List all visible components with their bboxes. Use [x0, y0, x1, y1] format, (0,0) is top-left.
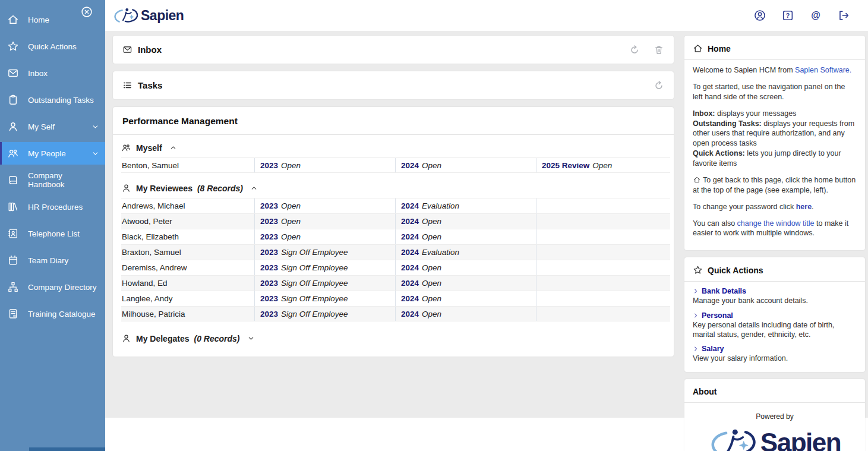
contact-button[interactable]: [809, 9, 822, 22]
review-status: Open: [422, 161, 441, 170]
sidebar-item-inbox[interactable]: Inbox: [0, 62, 105, 84]
review-status: Sign Off Employee: [281, 294, 348, 303]
content-column: Inbox Tasks: [113, 36, 674, 451]
review-period-cell[interactable]: 2023Open: [254, 229, 395, 244]
review-period-cell[interactable]: 2024 Open: [395, 158, 536, 172]
review-period-cell[interactable]: 2024Open: [395, 214, 536, 229]
sidebar-item-company-handbook[interactable]: Company Handbook: [0, 169, 105, 191]
review-status: Open: [422, 294, 441, 303]
section-header-my-delegates[interactable]: My Delegates (0 Records): [113, 324, 674, 348]
inbox-panel-title: Inbox: [138, 45, 162, 55]
sidebar-item-company-directory[interactable]: Company Directory: [0, 276, 105, 298]
sidebar-item-hr-procedures[interactable]: HR Procedures: [0, 195, 105, 218]
sidebar-item-label: Home: [28, 15, 49, 24]
sidebar-item-label: My Self: [28, 122, 55, 131]
review-period-cell[interactable]: 2023Open: [254, 214, 395, 229]
review-period-cell[interactable]: 2023Sign Off Employee: [254, 260, 395, 275]
change-password-link[interactable]: here: [796, 203, 812, 211]
logout-button[interactable]: [837, 9, 850, 22]
employee-name-cell: Atwood, Peter: [121, 214, 254, 229]
inbox-refresh-button[interactable]: [629, 45, 640, 55]
inbox-delete-button[interactable]: [654, 45, 664, 55]
empty-cell: [536, 214, 670, 229]
review-status: Open: [592, 161, 612, 170]
review-period-cell[interactable]: 2023Open: [254, 198, 395, 213]
quick-actions-panel-header: Quick Actions: [684, 257, 865, 281]
quick-action-personal: Personal Key personal details including …: [684, 311, 865, 340]
sidebar-nav: Home Quick Actions Inbox Outstanding Tas…: [0, 0, 105, 325]
employee-name-cell: Andrews, Michael: [121, 198, 254, 213]
review-period-cell[interactable]: 2023Sign Off Employee: [254, 245, 395, 260]
sidebar-item-my-self[interactable]: My Self: [0, 115, 105, 138]
quick-action-label: Salary: [702, 345, 724, 353]
employee-name-cell: Benton, Samuel: [121, 158, 254, 172]
reviewees-table: Andrews, Michael 2023Open 2024Evaluation…: [121, 198, 670, 321]
review-status: Open: [281, 232, 301, 241]
tasks-refresh-button[interactable]: [654, 80, 664, 91]
review-period-cell[interactable]: 2023 Open: [254, 158, 395, 172]
review-year: 2024: [401, 263, 419, 272]
review-period-cell[interactable]: 2023Sign Off Employee: [254, 276, 395, 291]
sidebar-item-outstanding-tasks[interactable]: Outstanding Tasks: [0, 89, 105, 111]
section-title: My Reviewees: [136, 184, 192, 193]
review-year: 2024: [401, 248, 419, 257]
sidebar-item-label: My People: [28, 149, 66, 158]
info-column: Home Welcome to Sapien HCM from Sapien S…: [684, 36, 865, 451]
inbox-label: Inbox:: [693, 109, 715, 118]
records-count: (0 Records): [194, 334, 239, 343]
quick-action-bank-details: Bank Details Manage your bank account de…: [684, 287, 865, 305]
sidebar-item-quick-actions[interactable]: Quick Actions: [0, 35, 105, 58]
review-year: 2023: [260, 232, 278, 241]
review-year: 2023: [260, 263, 278, 272]
sidebar-item-label: Outstanding Tasks: [28, 96, 94, 105]
review-period-cell[interactable]: 2024Evaluation: [395, 245, 536, 260]
home-icon: [693, 43, 703, 53]
review-period-cell[interactable]: 2023Sign Off Employee: [254, 291, 395, 306]
review-period-cell[interactable]: 2025 Review Open: [536, 158, 670, 172]
refresh-icon: [654, 80, 664, 91]
sidebar-item-my-people[interactable]: My People: [0, 142, 105, 165]
section-header-my-reviewees[interactable]: My Reviewees (8 Records): [113, 175, 674, 198]
salary-link[interactable]: Salary: [693, 345, 857, 353]
sidebar-item-training-catalogue[interactable]: Training Catalogue: [0, 302, 105, 325]
get-started-text: To get started, use the navigation panel…: [693, 82, 857, 102]
table-row: Langlee, Andy 2023Sign Off Employee 2024…: [121, 291, 670, 306]
password-prefix: To change your password click: [693, 203, 796, 211]
people-icon: [121, 143, 131, 153]
review-period-cell[interactable]: 2024Open: [395, 276, 536, 291]
star-icon: [7, 40, 19, 52]
review-period-cell[interactable]: 2023Sign Off Employee: [254, 307, 395, 321]
welcome-prefix: Welcome to Sapien HCM from: [693, 66, 795, 74]
review-period-cell[interactable]: 2024Open: [395, 229, 536, 244]
chevron-right-icon: [693, 288, 699, 294]
sapien-software-link[interactable]: Sapien Software.: [795, 66, 851, 74]
sidebar-close-button[interactable]: [80, 5, 93, 18]
review-status: Open: [422, 232, 441, 241]
review-period-cell[interactable]: 2024Open: [395, 307, 536, 321]
refresh-icon: [629, 45, 640, 55]
review-status: Open: [422, 279, 441, 288]
sidebar-item-label: Training Catalogue: [28, 310, 96, 318]
table-row: Deremiss, Andrew 2023Sign Off Employee 2…: [121, 260, 670, 275]
review-period-cell[interactable]: 2024Evaluation: [395, 198, 536, 213]
quick-actions-label: Quick Actions:: [693, 149, 745, 157]
change-window-title-link[interactable]: change the window title: [737, 219, 815, 228]
sapien-logo-icon: [709, 425, 757, 451]
person-icon: [7, 121, 19, 133]
review-year: 2024: [401, 232, 419, 241]
sidebar-item-telephone-list[interactable]: Telephone List: [0, 222, 105, 245]
review-year: 2025 Review: [542, 161, 589, 170]
home-panel-title: Home: [708, 44, 731, 53]
personal-link[interactable]: Personal: [693, 311, 857, 320]
profile-button[interactable]: [753, 9, 766, 22]
sidebar-item-label: HR Procedures: [28, 203, 83, 212]
topbar-actions: [753, 9, 850, 22]
quick-action-label: Bank Details: [702, 287, 746, 295]
section-header-myself[interactable]: Myself: [113, 135, 674, 157]
employee-name-cell: Braxton, Samuel: [121, 245, 254, 260]
bank-details-link[interactable]: Bank Details: [693, 287, 857, 295]
sidebar-item-team-diary[interactable]: Team Diary: [0, 249, 105, 272]
help-button[interactable]: [781, 9, 794, 22]
review-period-cell[interactable]: 2024Open: [395, 291, 536, 306]
review-period-cell[interactable]: 2024Open: [395, 260, 536, 275]
